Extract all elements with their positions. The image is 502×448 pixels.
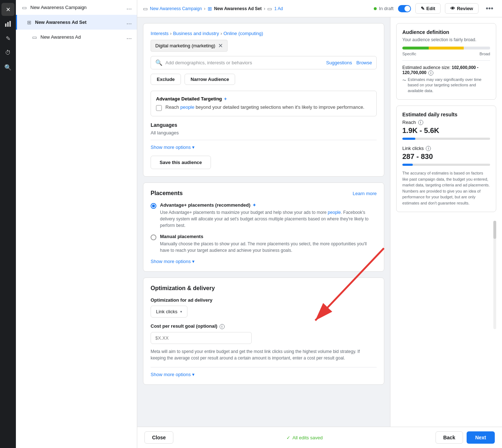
optimization-section: Optimization & delivery Optimization for… [143,277,384,385]
breadcrumb-panel-icon: ▭ [143,6,148,12]
optimization-title: Optimization & delivery [151,285,377,292]
audience-def-card: Audience definition Your audience select… [396,23,496,100]
scrollbar-area [396,218,496,329]
close-button[interactable]: Close [144,431,173,444]
adset-icon: ⊞ [27,20,31,25]
delivery-dropdown[interactable]: Link clicks ▾ [151,306,187,318]
advantage-checkbox[interactable] [156,105,162,111]
edit-button[interactable]: ✎ Edit [415,3,441,14]
divider-3 [402,60,490,61]
browse-link[interactable]: Browse [356,60,372,65]
link-clicks-info-icon[interactable]: i [426,146,431,151]
scrollbar-thumb[interactable] [493,221,496,239]
manual-title: Manual placements [160,234,377,239]
learn-more-link[interactable]: Learn more [353,191,377,196]
reach-bar-fill [402,138,415,140]
nav-item-adset[interactable]: ⊞ New Awareness Ad Set ... [16,15,137,30]
reach-value: 1.9K - 5.6K [402,126,490,135]
languages-label: Languages [151,122,377,128]
zoom-icon-btn[interactable]: 🔍 [1,61,14,74]
breadcrumb-adset[interactable]: New Awareness Ad Set [214,6,262,11]
narrow-audience-button[interactable]: Narrow Audience [185,74,235,85]
cost-info-icon[interactable]: i [220,324,225,329]
chart-icon-btn[interactable] [1,17,14,30]
next-button[interactable]: Next [467,431,495,444]
bc-online[interactable]: Online (computing) [224,31,263,36]
show-more-3[interactable]: Show more options ▾ [151,372,377,377]
advantage-row: Reach people beyond your detailed target… [156,104,371,111]
radio-manual-btn[interactable] [151,234,156,240]
nav-item-ad[interactable]: ▭ New Awareness Ad ... [16,30,137,44]
adset-breadcrumb-icon: ⊞ [208,6,212,12]
languages-value: All languages [151,130,377,135]
adset-more[interactable]: ... [126,18,132,26]
sidebar-icons: ✕ ✎ ⏱ 🔍 [0,0,16,448]
chevron-down-icon-3: ▾ [192,372,195,377]
show-more-2[interactable]: Show more options ▾ [151,259,377,264]
placements-header: Placements Learn more [151,190,377,197]
bottom-bar: Close ✓ All edits saved Back Next [137,427,502,448]
review-button[interactable]: 👁 Review [445,3,479,14]
nav-item-campaign[interactable]: ▭ New Awareness Campaign ... [16,0,137,15]
btn-row-exclude: Exclude Narrow Audience [151,74,377,85]
breadcrumb-ad[interactable]: 1 Ad [274,6,283,11]
search-icon: 🔍 [155,59,163,66]
bc-interests[interactable]: Interests [151,31,169,36]
advantage-title-text: Advantage Detailed Targeting [156,96,222,102]
back-button[interactable]: Back [436,431,463,444]
more-options-button[interactable]: ••• [483,3,496,14]
radio-manual: Manual placements Manually choose the pl… [151,234,377,254]
advantage-plus-title: Advantage+ placements (recommended) ✦ [160,202,377,208]
delivery-label: Optimization for ad delivery [151,297,377,303]
svg-rect-2 [9,21,11,27]
search-input[interactable] [165,60,323,65]
exclude-button[interactable]: Exclude [151,74,181,85]
daily-results-title: Estimated daily results [402,112,490,117]
main-area: ▭ New Awareness Campaign › ⊞ New Awarene… [137,0,502,448]
people-link-2[interactable]: people [328,210,341,215]
radio-advantage-plus-btn[interactable] [151,203,156,209]
close-icon-btn[interactable]: ✕ [1,3,14,16]
form-panel: Interests › Business and industry › Onli… [137,17,390,427]
ad-icon: ▭ [32,34,37,40]
cost-input[interactable] [151,332,252,344]
meter-labels: Specific Broad [402,52,490,56]
cost-desc: Meta will aim to spend your entire budge… [151,348,367,361]
tag-remove-btn[interactable]: ✕ [218,42,223,49]
show-more-1[interactable]: Show more options ▾ [151,145,377,150]
manual-desc: Manually choose the places to show your … [160,241,377,254]
ad-more[interactable]: ... [126,33,132,41]
targeting-tag: Digital marketing (marketing) ✕ [151,40,228,52]
chevron-down-icon-2: ▾ [192,259,195,264]
nav-panel: ▭ New Awareness Campaign ... ⊞ New Aware… [16,0,137,448]
scrollbar-track[interactable] [493,221,496,329]
top-bar-right: In draft ✎ Edit 👁 Review ••• [374,3,496,14]
clock-icon-btn[interactable]: ⏱ [1,46,14,59]
status-text: In draft [379,6,393,11]
breadcrumb-campaign[interactable]: New Awareness Campaign [150,6,202,11]
save-status: ✓ All edits saved [286,435,323,440]
chevron-down-icon: ▾ [192,145,195,150]
advantage-targeting-box: Advantage Detailed Targeting + Reach peo… [151,91,377,116]
search-bar[interactable]: 🔍 Suggestions Browse [151,56,377,69]
adset-label: New Awareness Ad Set [35,20,126,25]
suggestions-link[interactable]: Suggestions [326,60,352,65]
edit-pencil-icon: ✎ [421,6,425,11]
audience-def-title: Audience definition [402,29,490,35]
bc-industry[interactable]: Business and industry [173,31,219,36]
campaign-more[interactable]: ... [126,4,132,11]
est-size: Estimated audience size: 102,600,000 - 1… [402,65,490,76]
reach-info-icon[interactable]: i [418,120,423,125]
toggle-switch[interactable] [398,5,411,12]
people-link[interactable]: people [180,104,194,110]
est-size-info-icon[interactable]: i [428,70,433,76]
ad-breadcrumb-icon: ▭ [267,6,272,12]
svg-rect-0 [5,23,7,27]
targeting-breadcrumb: Interests › Business and industry › Onli… [151,31,377,36]
advantage-plus-content: Advantage+ placements (recommended) ✦ Us… [160,202,377,229]
content-area: Interests › Business and industry › Onli… [137,17,502,427]
pencil-icon-btn[interactable]: ✎ [1,32,14,45]
checkmark-icon: ✓ [286,435,290,440]
save-audience-button[interactable]: Save this audience [151,156,211,169]
advantage-plus-desc: Use Advantage+ placements to maximize yo… [160,209,377,229]
